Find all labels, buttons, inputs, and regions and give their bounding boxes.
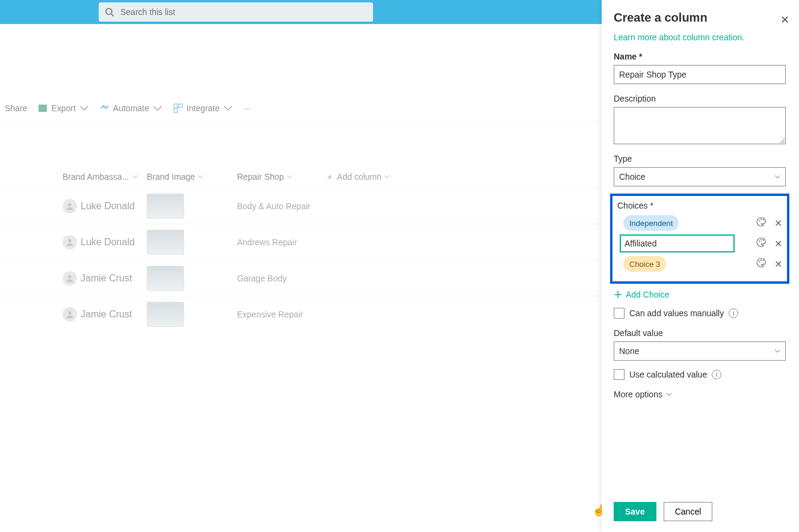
svg-point-16 <box>759 261 760 262</box>
chevron-down-icon <box>286 174 292 180</box>
ambassador-cell: Luke Donald <box>63 199 147 213</box>
more-actions-button[interactable]: ··· <box>244 103 251 113</box>
repair-shop-cell: Expensive Repair <box>237 310 357 319</box>
palette-icon[interactable] <box>756 257 767 271</box>
chevron-down-icon <box>774 348 780 354</box>
description-label: Description <box>614 94 792 103</box>
avatar-icon <box>63 199 77 213</box>
choices-section-highlighted: Choices * Independent ✕ ✕ Choice 3 ✕ <box>610 194 789 284</box>
chevron-down-icon <box>153 103 162 113</box>
svg-point-9 <box>68 311 71 314</box>
automate-button[interactable]: Automate <box>100 103 162 113</box>
share-button[interactable]: Share <box>5 103 27 113</box>
description-input[interactable] <box>614 107 786 144</box>
svg-point-12 <box>763 219 764 221</box>
svg-point-7 <box>68 239 71 242</box>
remove-choice-button[interactable]: ✕ <box>773 218 783 229</box>
choices-label: Choices * <box>617 201 783 210</box>
image-cell <box>147 266 237 291</box>
can-add-manually-row: Can add values manually i <box>614 308 792 319</box>
remove-choice-button[interactable]: ✕ <box>773 258 783 270</box>
chevron-down-icon <box>774 174 780 180</box>
use-calculated-checkbox[interactable] <box>614 369 625 380</box>
add-column-button[interactable]: + Add column <box>327 172 390 182</box>
chevron-down-icon <box>223 103 233 113</box>
svg-point-17 <box>760 260 762 261</box>
close-button[interactable]: ✕ <box>778 11 792 29</box>
default-value-label: Default value <box>614 328 792 338</box>
svg-point-10 <box>759 220 760 221</box>
cursor-icon: ☝ <box>592 504 605 517</box>
svg-rect-3 <box>174 104 177 108</box>
integrate-button[interactable]: Integrate <box>173 103 233 113</box>
choice-row-1: Independent ✕ <box>617 215 783 231</box>
search-placeholder: Search this list <box>120 7 175 17</box>
col-brand-ambassador[interactable]: Brand Ambassa... <box>63 172 147 182</box>
info-icon[interactable]: i <box>712 370 721 379</box>
ambassador-cell: Jamie Crust <box>63 271 147 286</box>
add-choice-button[interactable]: Add Choice <box>614 290 792 299</box>
learn-more-link[interactable]: Learn more about column creation. <box>614 32 792 42</box>
svg-point-13 <box>759 240 760 242</box>
svg-point-15 <box>763 240 764 241</box>
image-cell <box>147 302 237 327</box>
repair-shop-cell: Garage Body <box>237 274 357 283</box>
choice-pill-choice3[interactable]: Choice 3 <box>623 256 666 272</box>
more-options-toggle[interactable]: More options <box>614 390 792 399</box>
name-label: Name <box>614 52 792 61</box>
choice-row-2: ✕ <box>617 234 783 252</box>
name-input[interactable] <box>614 65 786 84</box>
choice-row-3: Choice 3 ✕ <box>617 256 783 272</box>
type-select[interactable]: Choice <box>614 167 786 186</box>
save-button[interactable]: Save <box>614 502 656 521</box>
svg-rect-4 <box>179 104 182 108</box>
svg-point-0 <box>106 8 112 14</box>
car-thumbnail <box>147 302 184 327</box>
ambassador-cell: Luke Donald <box>63 235 147 249</box>
chevron-down-icon <box>197 174 203 180</box>
repair-shop-cell: Andrews Repair <box>237 237 357 247</box>
col-brand-image[interactable]: Brand Image <box>147 172 237 182</box>
choice-input-affiliated[interactable] <box>620 234 735 252</box>
use-calculated-label: Use calculated value <box>629 370 707 379</box>
palette-icon[interactable] <box>756 237 767 250</box>
chevron-down-icon <box>666 391 672 397</box>
use-calculated-row: Use calculated value i <box>614 369 792 380</box>
chevron-down-icon <box>384 174 390 180</box>
svg-rect-5 <box>174 109 177 112</box>
svg-point-6 <box>68 203 71 206</box>
search-input[interactable]: Search this list <box>99 2 373 22</box>
svg-point-14 <box>760 239 762 240</box>
ambassador-cell: Jamie Crust <box>63 307 147 322</box>
flow-icon <box>100 103 110 113</box>
col-repair-shop[interactable]: Repair Shop <box>237 172 327 182</box>
svg-point-11 <box>760 219 762 220</box>
image-cell <box>147 194 237 219</box>
create-column-panel: Create a column ✕ Learn more about colum… <box>602 0 799 532</box>
plus-icon <box>614 290 622 299</box>
can-add-manually-label: Can add values manually <box>629 308 724 318</box>
remove-choice-button[interactable]: ✕ <box>773 238 783 249</box>
palette-icon[interactable] <box>756 216 767 230</box>
svg-rect-2 <box>39 105 47 112</box>
cancel-button[interactable]: Cancel <box>664 502 713 521</box>
car-thumbnail <box>147 194 184 219</box>
can-add-manually-checkbox[interactable] <box>614 308 625 319</box>
export-button[interactable]: Export <box>38 103 88 113</box>
search-icon <box>105 7 114 17</box>
repair-shop-cell: Body & Auto Repair <box>237 201 357 211</box>
choice-pill-independent[interactable]: Independent <box>623 215 679 231</box>
panel-title: Create a column <box>614 11 708 25</box>
default-value-select[interactable]: None <box>614 341 786 361</box>
car-thumbnail <box>147 266 184 291</box>
panel-footer: Save Cancel <box>614 494 792 532</box>
excel-icon <box>38 103 48 113</box>
avatar-icon <box>63 235 77 249</box>
svg-line-1 <box>111 14 114 16</box>
info-icon[interactable]: i <box>729 308 738 318</box>
svg-point-8 <box>68 275 71 278</box>
grid-icon <box>173 103 183 113</box>
car-thumbnail <box>147 230 184 255</box>
avatar-icon <box>63 307 77 322</box>
chevron-down-icon <box>132 174 138 180</box>
